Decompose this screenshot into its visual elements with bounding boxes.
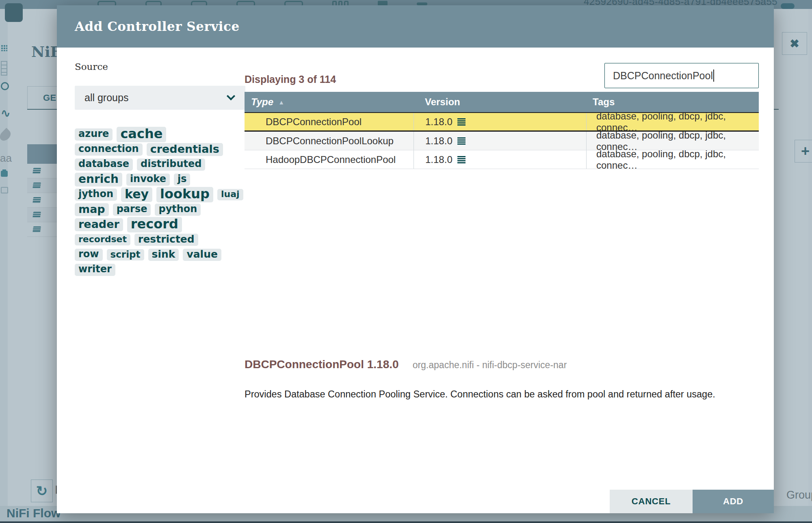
chevron-down-icon [227, 92, 235, 100]
tag-pill-js[interactable]: js [174, 174, 191, 185]
dialog-header: Add Controller Service [57, 5, 774, 48]
version-list-icon [457, 118, 466, 126]
filter-input-value: DBCPConnectionPool [613, 70, 713, 82]
cell-version: 1.18.0 [414, 150, 586, 169]
tags-header-label: Tags [593, 96, 615, 107]
add-button[interactable]: ADD [693, 490, 774, 513]
tag-pill-map[interactable]: map [75, 203, 109, 216]
tag-pill-connection[interactable]: connection [75, 143, 143, 155]
table-row-DBCPConnectionPoolLookup[interactable]: DBCPConnectionPoolLookup1.18.0database, … [245, 132, 759, 150]
tag-pill-script[interactable]: script [107, 249, 144, 260]
type-header-label: Type [251, 96, 273, 108]
tag-row: writer [75, 263, 256, 277]
selected-service-detail: DBCPConnectionPool 1.18.0 org.apache.nif… [245, 358, 567, 371]
tag-pill-row[interactable]: row [75, 249, 103, 260]
cell-type: HadoopDBCPConnectionPool [245, 150, 414, 169]
column-header-version[interactable]: Version [414, 96, 586, 108]
table-row-HadoopDBCPConnectionPool[interactable]: HadoopDBCPConnectionPool1.18.0database, … [245, 150, 759, 169]
version-value: 1.18.0 [425, 116, 453, 128]
tag-row: rowscriptsinkvalue [75, 247, 256, 262]
tag-pill-azure[interactable]: azure [75, 128, 113, 140]
tag-pill-invoke[interactable]: invoke [126, 174, 170, 185]
tag-pill-restricted[interactable]: restricted [134, 234, 198, 246]
tag-pill-enrich[interactable]: enrich [75, 173, 122, 186]
tag-pill-lookup[interactable]: lookup [156, 187, 213, 202]
source-label: Source [75, 61, 108, 72]
tag-pill-record[interactable]: record [127, 217, 182, 232]
version-value: 1.18.0 [425, 154, 453, 165]
version-value: 1.18.0 [425, 135, 453, 147]
cell-tags: database, pooling, dbcp, jdbc, connec… [586, 150, 759, 169]
tag-pill-value[interactable]: value [183, 249, 221, 261]
tag-pill-distributed[interactable]: distributed [137, 158, 205, 170]
table-header-row: Type ▲ Version Tags [245, 92, 759, 113]
source-group-value: all groups [84, 92, 128, 104]
tag-pill-key[interactable]: key [121, 187, 152, 202]
tag-pill-luaj[interactable]: luaj [217, 189, 243, 200]
tag-row: recordsetrestricted [75, 232, 256, 247]
version-list-icon [457, 137, 466, 145]
cell-tags: database, pooling, dbcp, jdbc, connec… [586, 113, 759, 130]
tag-pill-jython[interactable]: jython [75, 189, 117, 200]
tag-row: readerrecord [75, 217, 256, 232]
text-cursor [713, 69, 714, 82]
tag-row: mapparsepython [75, 202, 256, 217]
tag-pill-cache[interactable]: cache [117, 127, 166, 142]
source-group-select[interactable]: all groups [75, 86, 245, 110]
version-list-icon [457, 156, 466, 163]
column-header-tags[interactable]: Tags [586, 96, 759, 108]
version-header-label: Version [425, 96, 460, 107]
column-header-type[interactable]: Type ▲ [245, 96, 414, 108]
cell-type: DBCPConnectionPool [245, 113, 414, 130]
tag-row: enrichinvokejs [75, 172, 256, 187]
tag-pill-writer[interactable]: writer [75, 264, 115, 276]
selected-service-description: Provides Database Connection Pooling Ser… [245, 389, 773, 400]
cell-version: 1.18.0 [414, 132, 586, 150]
tag-pill-recordset[interactable]: recordset [75, 234, 130, 245]
cell-version: 1.18.0 [414, 113, 586, 130]
type-filter-input[interactable]: DBCPConnectionPool [604, 63, 759, 88]
tag-pill-credentials[interactable]: credentials [147, 143, 223, 156]
tag-cloud: azurecacheconnectioncredentialsdatabased… [75, 127, 256, 278]
tag-row: jythonkeylookupluaj [75, 187, 256, 202]
cell-type: DBCPConnectionPoolLookup [245, 132, 414, 150]
table-body: DBCPConnectionPool1.18.0database, poolin… [245, 113, 759, 169]
sort-asc-icon: ▲ [278, 99, 284, 106]
cell-tags: database, pooling, dbcp, jdbc, connec… [586, 132, 759, 150]
tag-pill-database[interactable]: database [75, 158, 133, 170]
dialog-title: Add Controller Service [75, 19, 240, 34]
result-count-text: Displaying 3 of 114 [245, 74, 336, 85]
tag-pill-parse[interactable]: parse [113, 204, 151, 215]
controller-service-types-table: Type ▲ Version Tags DBCPConnectionPool1.… [245, 92, 759, 169]
tag-row: connectioncredentials [75, 142, 256, 157]
selected-service-bundle: org.apache.nifi - nifi-dbcp-service-nar [413, 360, 567, 371]
tag-row: databasedistributed [75, 157, 256, 172]
tag-pill-python[interactable]: python [155, 204, 201, 215]
tag-pill-reader[interactable]: reader [75, 218, 123, 231]
tag-pill-sink[interactable]: sink [148, 249, 179, 261]
add-controller-service-dialog: Add Controller Service Source all groups… [57, 5, 774, 513]
selected-service-title: DBCPConnectionPool 1.18.0 [245, 358, 399, 371]
cancel-button[interactable]: CANCEL [610, 490, 693, 513]
table-row-DBCPConnectionPool[interactable]: DBCPConnectionPool1.18.0database, poolin… [245, 113, 759, 132]
tag-row: azurecache [75, 127, 256, 142]
